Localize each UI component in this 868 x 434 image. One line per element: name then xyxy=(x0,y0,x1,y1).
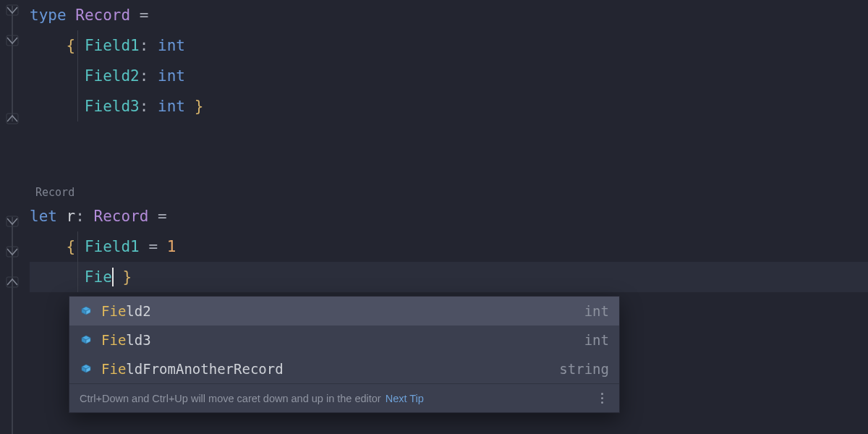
code-line[interactable] xyxy=(30,152,868,182)
code-line[interactable] xyxy=(30,122,868,152)
field-icon xyxy=(80,305,93,318)
code-line[interactable]: let r: Record = xyxy=(30,201,868,231)
completion-item-label: Field3 xyxy=(101,332,576,348)
code-line[interactable]: Field3: int } xyxy=(30,91,868,122)
completion-item[interactable]: Field2int xyxy=(69,297,619,326)
fold-marker-open-icon[interactable] xyxy=(5,246,20,258)
code-line[interactable]: Fie } xyxy=(30,262,868,292)
fold-marker-open-icon[interactable] xyxy=(5,216,20,227)
code-line[interactable]: Record xyxy=(30,182,868,201)
fold-marker-close-icon[interactable] xyxy=(5,113,20,124)
field-icon xyxy=(80,362,93,375)
completion-item-type: int xyxy=(584,303,609,319)
completion-item-label: Field2 xyxy=(101,303,576,319)
fold-marker-open-icon[interactable] xyxy=(5,35,20,46)
code-line[interactable]: { Field1: int xyxy=(30,30,868,61)
text-caret xyxy=(112,268,114,286)
gutter xyxy=(0,0,30,434)
more-options-icon[interactable] xyxy=(595,391,609,406)
completion-item-label: FieldFromAnotherRecord xyxy=(101,361,550,377)
completion-hint-text: Ctrl+Down and Ctrl+Up will move caret do… xyxy=(80,393,381,404)
code-line[interactable]: type Record = xyxy=(30,0,868,30)
next-tip-link[interactable]: Next Tip xyxy=(386,393,424,404)
completion-footer: Ctrl+Down and Ctrl+Up will move caret do… xyxy=(69,383,619,412)
completion-item[interactable]: FieldFromAnotherRecordstring xyxy=(69,354,619,383)
fold-marker-open-icon[interactable] xyxy=(5,4,20,16)
inlay-hint: Record xyxy=(30,183,80,202)
completion-item-type: int xyxy=(584,332,609,348)
completion-item[interactable]: Field3int xyxy=(69,326,619,354)
code-line[interactable]: { Field1 = 1 xyxy=(30,231,868,262)
completion-popup: Field2intField3intFieldFromAnotherRecord… xyxy=(69,296,620,413)
code-area[interactable]: type Record = { Field1: int Field2: int … xyxy=(30,0,868,292)
completion-item-type: string xyxy=(559,361,609,377)
fold-column xyxy=(5,0,20,434)
code-line[interactable]: Field2: int xyxy=(30,61,868,91)
code-editor[interactable]: type Record = { Field1: int Field2: int … xyxy=(0,0,868,434)
field-icon xyxy=(80,333,93,346)
fold-marker-close-icon[interactable] xyxy=(5,276,20,288)
